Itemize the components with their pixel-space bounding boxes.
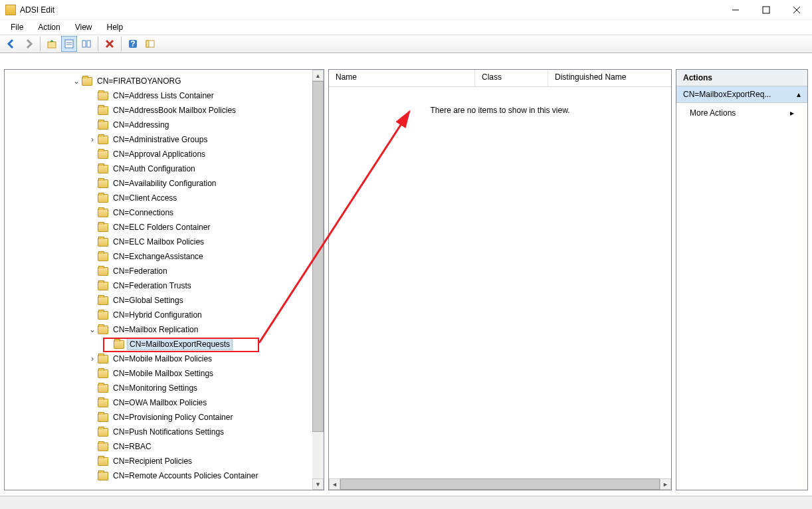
folder-icon (98, 238, 108, 247)
tree-node[interactable]: CN=AddressBook Mailbox Policies (5, 103, 312, 118)
tree-node[interactable]: ›CN=Administrative Groups (5, 132, 312, 147)
folder-icon (98, 369, 108, 378)
tree-node[interactable]: ›CN=Mobile Mailbox Policies (5, 352, 312, 366)
folder-icon (98, 209, 108, 217)
tree-node[interactable]: CN=Push Notifications Settings (5, 425, 312, 439)
svg-rect-1 (763, 7, 769, 13)
back-button[interactable] (3, 36, 19, 52)
tree-node-label: CN=Mobile Mailbox Policies (111, 354, 214, 364)
tree-node[interactable]: CN=Federation Trusts (5, 278, 312, 293)
folder-icon (98, 326, 108, 334)
tree-node[interactable]: ⌄CN=Mailbox Replication (5, 322, 312, 337)
tree-node[interactable]: CN=Hybrid Configuration (5, 308, 312, 322)
menu-view[interactable]: View (68, 21, 99, 33)
folder-icon (98, 92, 108, 100)
tree-node[interactable]: CN=Provisioning Policy Container (5, 410, 312, 425)
svg-rect-15 (146, 41, 149, 47)
tree-node[interactable]: CN=Address Lists Container (5, 88, 312, 103)
tree-node[interactable]: CN=ELC Folders Container (5, 220, 312, 235)
tree-node[interactable]: CN=Client Access (5, 191, 312, 205)
folder-icon (98, 413, 108, 422)
svg-text:?: ? (130, 39, 135, 49)
tree-node-label: CN=Client Access (111, 193, 179, 203)
menu-action[interactable]: Action (31, 21, 66, 33)
tree-node[interactable]: CN=ELC Mailbox Policies (5, 235, 312, 249)
folder-icon (98, 179, 108, 188)
tree-node-label: CN=Connections (111, 207, 175, 218)
scroll-up-button[interactable]: ▲ (312, 70, 324, 81)
tree-node-label: CN=Monitoring Settings (111, 383, 199, 393)
column-dn[interactable]: Distinguished Name (548, 70, 671, 86)
column-name[interactable]: Name (329, 70, 475, 86)
scroll-thumb[interactable] (312, 81, 324, 432)
tree-node[interactable]: CN=Monitoring Settings (5, 381, 312, 395)
list-horizontal-scrollbar[interactable]: ◄ ► (329, 478, 671, 490)
folder-icon (98, 165, 108, 173)
close-button[interactable] (781, 0, 812, 20)
list-header: Name Class Distinguished Name (329, 70, 671, 87)
scroll-down-button[interactable]: ▼ (312, 478, 324, 490)
tree-node-label: CN=AddressBook Mailbox Policies (111, 105, 238, 116)
titlebar: ADSI Edit (0, 0, 812, 20)
collapse-icon[interactable]: ▴ (797, 90, 801, 99)
expand-icon[interactable]: › (87, 135, 98, 144)
folder-icon (98, 472, 108, 480)
tree-node[interactable]: CN=Remote Accounts Policies Container (5, 468, 312, 483)
annotation-highlight (103, 338, 259, 352)
folder-icon (98, 443, 108, 451)
help-button[interactable]: ? (125, 36, 141, 52)
tree-node[interactable]: CN=OWA Mailbox Policies (5, 395, 312, 410)
folder-icon (98, 355, 108, 363)
tree-node[interactable]: CN=Approval Applications (5, 147, 312, 161)
scroll-thumb[interactable] (340, 478, 660, 490)
collapse-icon[interactable]: ⌄ (87, 325, 98, 334)
tree-node-label: CN=OWA Mailbox Policies (111, 397, 209, 408)
maximize-button[interactable] (751, 0, 781, 20)
tree-root-node[interactable]: ⌄ CN=FIRATBOYANORG (5, 74, 312, 88)
tree-node[interactable]: CN=Availability Configuration (5, 176, 312, 191)
properties-button[interactable] (61, 36, 77, 52)
tree-node-label: CN=Remote Accounts Policies Container (111, 470, 260, 481)
tree-body[interactable]: ⌄ CN=FIRATBOYANORG CN=Address Lists Cont… (5, 70, 312, 490)
tree-node[interactable]: CN=Connections (5, 205, 312, 220)
tree-node[interactable]: CN=Addressing (5, 118, 312, 132)
tree-node[interactable]: CN=Global Settings (5, 293, 312, 308)
tree-node-label: CN=Push Notifications Settings (111, 427, 226, 437)
scroll-left-button[interactable]: ◄ (329, 478, 340, 490)
scroll-right-button[interactable]: ► (660, 478, 671, 490)
expand-icon[interactable]: › (87, 354, 98, 363)
folder-icon (98, 384, 108, 393)
column-class[interactable]: Class (475, 70, 548, 86)
tree-node[interactable]: CN=Recipient Policies (5, 454, 312, 468)
tree-node-label: CN=Federation (111, 266, 169, 276)
folder-icon (82, 77, 92, 86)
tree-root-label: CN=FIRATBOYANORG (95, 76, 183, 86)
actions-selected-item[interactable]: CN=MailboxExportReq... ▴ (676, 86, 807, 103)
toolbar-separator (121, 37, 122, 51)
collapse-icon[interactable]: ⌄ (71, 76, 82, 86)
folder-icon (98, 311, 108, 320)
menu-file[interactable]: File (4, 21, 30, 33)
window-controls (720, 0, 812, 20)
tree-node[interactable]: CN=Auth Configuration (5, 161, 312, 176)
tree-vertical-scrollbar[interactable]: ▲ ▼ (312, 70, 324, 490)
up-button[interactable] (44, 36, 60, 52)
tree-node[interactable]: CN=ExchangeAssistance (5, 249, 312, 264)
showhide-button[interactable] (142, 36, 158, 52)
folder-icon (98, 399, 108, 407)
refresh-button[interactable] (78, 36, 94, 52)
delete-button[interactable] (102, 36, 118, 52)
tree-node[interactable]: CN=RBAC (5, 439, 312, 454)
tree-node-label: CN=Administrative Groups (111, 134, 209, 145)
forward-button[interactable] (21, 36, 37, 52)
menu-help[interactable]: Help (100, 21, 130, 33)
tree-node[interactable]: CN=Mobile Mailbox Settings (5, 366, 312, 381)
tree-node[interactable]: CN=Federation (5, 264, 312, 278)
toolbar: ? (0, 35, 812, 53)
minimize-button[interactable] (720, 0, 751, 20)
toolbar-separator (98, 37, 98, 51)
tree-node-label: CN=ExchangeAssistance (111, 251, 205, 262)
actions-more[interactable]: More Actions ▸ (676, 103, 807, 123)
statusbar (0, 496, 812, 509)
svg-rect-9 (87, 41, 90, 47)
